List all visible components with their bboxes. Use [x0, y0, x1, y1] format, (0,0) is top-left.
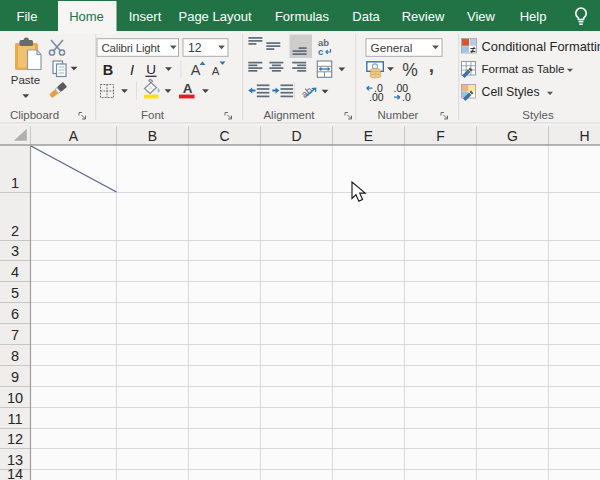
svg-text:4: 4	[11, 264, 19, 280]
svg-text:B: B	[148, 128, 157, 144]
svg-text:.00: .00	[369, 91, 384, 103]
svg-text:6: 6	[11, 306, 19, 322]
svg-text:Alignment: Alignment	[263, 109, 315, 121]
svg-text:F: F	[436, 128, 445, 144]
svg-text:Help: Help	[520, 9, 547, 24]
svg-text:1: 1	[11, 175, 19, 191]
svg-text:Font: Font	[141, 109, 165, 121]
svg-text:I: I	[130, 62, 134, 78]
svg-text:File: File	[17, 9, 38, 24]
svg-text:C: C	[219, 128, 229, 144]
svg-text:E: E	[364, 128, 373, 144]
svg-text:11: 11	[7, 411, 22, 427]
svg-text:10: 10	[7, 390, 23, 406]
svg-text:12: 12	[7, 431, 23, 447]
svg-text:Conditional Formatting: Conditional Formatting	[482, 39, 600, 54]
svg-text:General: General	[371, 41, 413, 55]
svg-text:7: 7	[11, 327, 19, 343]
svg-text:Number: Number	[378, 109, 419, 121]
svg-text:Styles: Styles	[522, 109, 554, 121]
svg-text:Review: Review	[402, 9, 445, 24]
svg-text:Format as Table: Format as Table	[482, 62, 565, 75]
svg-text:H: H	[579, 128, 589, 144]
svg-text:5: 5	[11, 285, 19, 301]
svg-text:Data: Data	[352, 9, 380, 24]
svg-text:c: c	[318, 46, 323, 57]
svg-text:A: A	[191, 62, 201, 78]
svg-text:Formulas: Formulas	[275, 9, 330, 24]
svg-text:2: 2	[11, 223, 19, 239]
svg-text:D: D	[291, 128, 301, 144]
svg-text:Page Layout: Page Layout	[178, 9, 251, 24]
svg-text:3: 3	[11, 243, 19, 259]
svg-text:Paste: Paste	[11, 74, 40, 86]
svg-text:%: %	[402, 60, 418, 80]
svg-text:View: View	[467, 9, 496, 24]
svg-text:.0: .0	[402, 91, 411, 103]
svg-text:9: 9	[11, 369, 19, 385]
svg-text:A: A	[212, 65, 220, 77]
svg-text:B: B	[103, 62, 113, 78]
svg-text:Calibri Light: Calibri Light	[102, 42, 161, 54]
svg-text:G: G	[507, 128, 518, 144]
svg-text:Insert: Insert	[129, 9, 162, 24]
svg-text:Home: Home	[69, 9, 104, 24]
svg-text:12: 12	[188, 41, 202, 55]
svg-text:14: 14	[7, 466, 23, 480]
svg-text:,: ,	[429, 55, 434, 76]
svg-text:Clipboard: Clipboard	[10, 109, 59, 121]
svg-text:A: A	[69, 128, 79, 144]
svg-text:A: A	[183, 81, 193, 96]
svg-text:≠: ≠	[470, 44, 476, 55]
svg-text:Cell Styles: Cell Styles	[482, 85, 540, 99]
svg-text:U: U	[146, 62, 156, 77]
svg-text:8: 8	[11, 348, 19, 364]
